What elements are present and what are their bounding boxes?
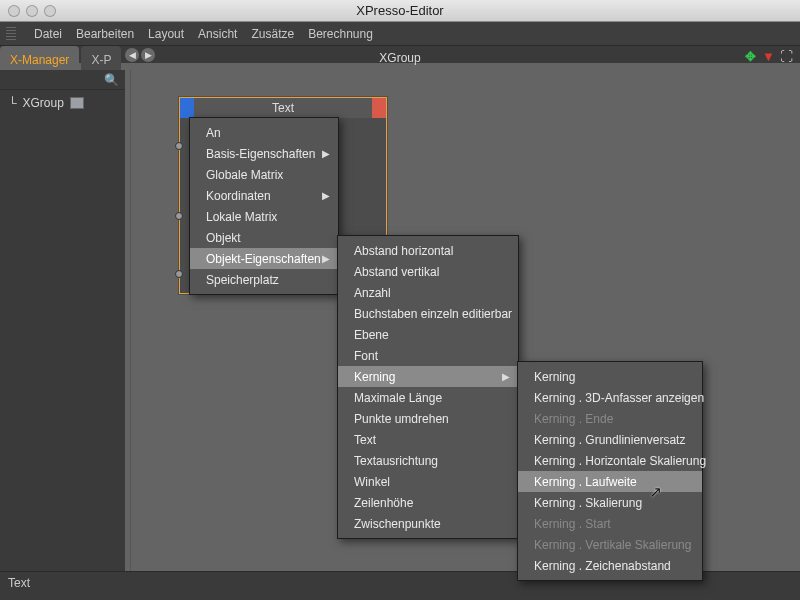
tree-item-icon [70, 97, 84, 109]
menu-item[interactable]: Kerning . 3D-Anfasser anzeigen [518, 387, 702, 408]
tree-item-xgroup[interactable]: └ XGroup [0, 90, 125, 116]
menu-item-label: Font [354, 349, 378, 363]
node-output-port-area[interactable] [372, 98, 386, 118]
menu-item[interactable]: Abstand vertikal [338, 261, 518, 282]
menu-item[interactable]: Basis-Eigenschaften▶ [190, 143, 338, 164]
move-icon[interactable]: ✥ [743, 49, 758, 64]
menu-item-label: Maximale Länge [354, 391, 442, 405]
canvas-tab-label: XGroup [379, 51, 420, 65]
menu-item-label: Objekt-Eigenschaften [206, 252, 321, 266]
menu-item-label: Kerning . Zeichenabstand [534, 559, 671, 573]
menu-item-label: Abstand vertikal [354, 265, 439, 279]
menu-item-label: Buchstaben einzeln editierbar [354, 307, 512, 321]
menu-item[interactable]: Lokale Matrix [190, 206, 338, 227]
menu-item[interactable]: Textausrichtung [338, 450, 518, 471]
menu-item[interactable]: Zeilenhöhe [338, 492, 518, 513]
menu-file[interactable]: Datei [34, 27, 62, 41]
menu-item-label: Text [354, 433, 376, 447]
menu-item[interactable]: Zwischenpunkte [338, 513, 518, 534]
xpresso-canvas[interactable]: Text AnBasis-Eigenschaften▶Globale Matri… [130, 70, 800, 571]
menu-item-label: An [206, 126, 221, 140]
menu-item-label: Kerning [534, 370, 575, 384]
menu-item-label: Anzahl [354, 286, 391, 300]
menu-item[interactable]: Kerning [518, 366, 702, 387]
menu-item[interactable]: Text [338, 429, 518, 450]
menu-item-label: Globale Matrix [206, 168, 283, 182]
menu-item[interactable]: Buchstaben einzeln editierbar [338, 303, 518, 324]
menu-item[interactable]: Kerning . Laufweite [518, 471, 702, 492]
menubar-grip-icon [6, 27, 16, 41]
menu-item[interactable]: An [190, 122, 338, 143]
node-title-label: Text [272, 101, 294, 115]
menu-calc[interactable]: Berechnung [308, 27, 373, 41]
tab-xmanager[interactable]: X-Manager [0, 46, 79, 70]
tree-item-label: XGroup [23, 96, 64, 110]
sidebar-header: 🔍 [0, 70, 125, 90]
node-port-icon[interactable] [175, 212, 183, 220]
node-port-icon[interactable] [175, 142, 183, 150]
window-title: XPresso-Editor [0, 3, 800, 18]
menu-item[interactable]: Kerning . Horizontale Skalierung [518, 450, 702, 471]
status-text: Text [8, 576, 30, 590]
menu-item: Kerning . Vertikale Skalierung [518, 534, 702, 555]
menu-item[interactable]: Speicherplatz [190, 269, 338, 290]
menu-item[interactable]: Font [338, 345, 518, 366]
menu-item[interactable]: Kerning . Zeichenabstand [518, 555, 702, 576]
context-menu-level2: Abstand horizontalAbstand vertikalAnzahl… [337, 235, 519, 539]
chevron-right-icon: ▶ [322, 148, 330, 159]
context-menu-level1: AnBasis-Eigenschaften▶Globale MatrixKoor… [189, 117, 339, 295]
tab-xmanager-label: X-Manager [10, 53, 69, 67]
maximize-icon[interactable]: ⛶ [779, 49, 794, 64]
menu-view[interactable]: Ansicht [198, 27, 237, 41]
menu-item[interactable]: Objekt [190, 227, 338, 248]
node-port-icon[interactable] [175, 270, 183, 278]
chevron-right-icon: ▶ [322, 253, 330, 264]
menu-extras[interactable]: Zusätze [251, 27, 294, 41]
menu-item[interactable]: Kerning▶ [338, 366, 518, 387]
menu-item-label: Kerning . Vertikale Skalierung [534, 538, 691, 552]
tab-xpool-label: X-P [91, 53, 111, 67]
menu-item[interactable]: Globale Matrix [190, 164, 338, 185]
menu-item[interactable]: Ebene [338, 324, 518, 345]
menu-item[interactable]: Punkte umdrehen [338, 408, 518, 429]
canvas-tab-xgroup[interactable]: XGroup [379, 46, 420, 70]
menu-item-label: Kerning . Laufweite [534, 475, 637, 489]
menu-item[interactable]: Anzahl [338, 282, 518, 303]
menu-item-label: Punkte umdrehen [354, 412, 449, 426]
tab-xpool[interactable]: X-P [81, 46, 121, 70]
menu-item-label: Kerning . Skalierung [534, 496, 642, 510]
tabs-row: X-Manager X-P ◀ ▶ XGroup ✥ ▼ ⛶ [0, 46, 800, 70]
context-menu-level3: KerningKerning . 3D-Anfasser anzeigenKer… [517, 361, 703, 581]
menu-item[interactable]: Kerning . Grundlinienversatz [518, 429, 702, 450]
tab-scroll-right-icon[interactable]: ▶ [141, 48, 155, 62]
menu-item[interactable]: Winkel [338, 471, 518, 492]
menu-item[interactable]: Maximale Länge [338, 387, 518, 408]
menu-item-label: Kerning . Ende [534, 412, 613, 426]
chevron-right-icon: ▶ [322, 190, 330, 201]
menu-item-label: Objekt [206, 231, 241, 245]
menu-item-label: Lokale Matrix [206, 210, 277, 224]
menu-item[interactable]: Kerning . Skalierung [518, 492, 702, 513]
menu-item-label: Ebene [354, 328, 389, 342]
tree-expand-icon[interactable]: └ [8, 96, 17, 110]
arrow-down-icon[interactable]: ▼ [761, 49, 776, 64]
menu-item-label: Kerning . Horizontale Skalierung [534, 454, 706, 468]
menu-item-label: Koordinaten [206, 189, 271, 203]
menu-layout[interactable]: Layout [148, 27, 184, 41]
menu-item-label: Kerning [354, 370, 395, 384]
node-input-port-area[interactable] [180, 98, 194, 118]
node-titlebar[interactable]: Text [180, 98, 386, 118]
chevron-right-icon: ▶ [502, 371, 510, 382]
menu-item[interactable]: Abstand horizontal [338, 240, 518, 261]
menu-edit[interactable]: Bearbeiten [76, 27, 134, 41]
menu-item-label: Basis-Eigenschaften [206, 147, 315, 161]
tab-nav-controls: ◀ ▶ [125, 46, 155, 63]
menu-item[interactable]: Objekt-Eigenschaften▶ [190, 248, 338, 269]
menu-item-label: Winkel [354, 475, 390, 489]
menu-item[interactable]: Koordinaten▶ [190, 185, 338, 206]
menu-item: Kerning . Start [518, 513, 702, 534]
tab-scroll-left-icon[interactable]: ◀ [125, 48, 139, 62]
search-icon[interactable]: 🔍 [104, 73, 119, 87]
menu-item-label: Zwischenpunkte [354, 517, 441, 531]
menu-item-label: Speicherplatz [206, 273, 279, 287]
